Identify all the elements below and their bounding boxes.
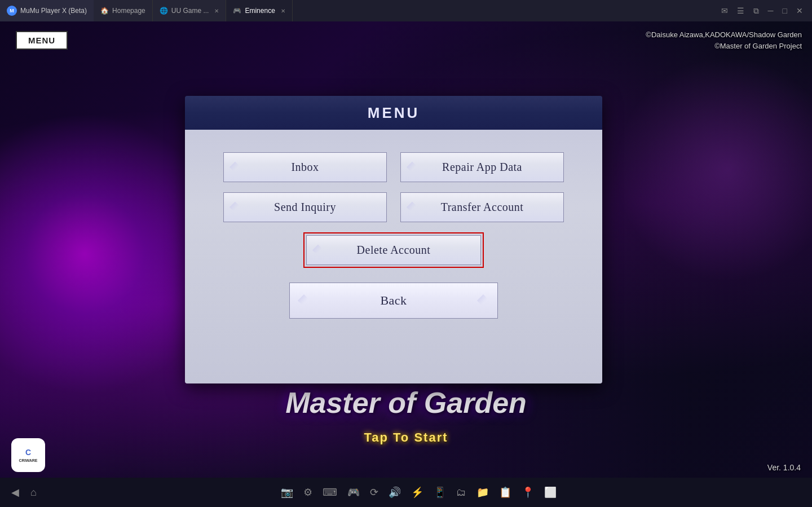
dialog-title: MENU bbox=[368, 104, 420, 122]
repair-button[interactable]: Repair App Data bbox=[400, 152, 564, 182]
settings-icon[interactable]: ⚙ bbox=[303, 486, 312, 499]
game-title: Master of Garden bbox=[285, 386, 527, 420]
close-icon[interactable]: ✕ bbox=[793, 5, 806, 16]
bottombar-left: ◀ ⌂ bbox=[11, 486, 37, 499]
globe-icon: 🌐 bbox=[160, 7, 168, 15]
minimize-icon[interactable]: ─ bbox=[765, 5, 777, 16]
menu-dialog: MENU Inbox Repair App Data Send Inquiry … bbox=[185, 96, 602, 383]
bottombar-center: 📷 ⚙ ⌨ 🎮 ⟳ 🔊 ⚡ 📱 🗂 📁 📋 📍 ⬜ bbox=[281, 486, 557, 499]
tab-eminence[interactable]: 🎮 Eminence ✕ bbox=[226, 0, 292, 21]
folder-icon[interactable]: 📁 bbox=[476, 486, 489, 499]
volume-icon[interactable]: 🔊 bbox=[389, 486, 401, 499]
bottombar: ◀ ⌂ 📷 ⚙ ⌨ 🎮 ⟳ 🔊 ⚡ 📱 🗂 📁 📋 📍 ⬜ bbox=[0, 478, 812, 507]
delete-outer-highlight: Delete Account bbox=[303, 232, 484, 268]
gamepad-icon[interactable]: 🎮 bbox=[347, 486, 360, 499]
menu-button[interactable]: MENU bbox=[16, 31, 68, 50]
app-tab[interactable]: M MuMu Player X (Beta) bbox=[0, 0, 94, 21]
back-button[interactable]: Back bbox=[289, 283, 498, 319]
app-icon: M bbox=[7, 6, 17, 16]
restore-icon[interactable]: ⧉ bbox=[750, 5, 762, 17]
camera-icon[interactable]: 📷 bbox=[281, 486, 293, 499]
tab-uu-game-label: UU Game ... bbox=[171, 7, 209, 15]
tab-eminence-close-icon[interactable]: ✕ bbox=[281, 8, 285, 14]
tap-start-text: Tap To Start bbox=[364, 430, 448, 445]
send-inquiry-button[interactable]: Send Inquiry bbox=[223, 192, 387, 222]
tab-homepage[interactable]: 🏠 Homepage bbox=[94, 0, 153, 21]
menu-icon[interactable]: ☰ bbox=[734, 5, 748, 16]
keyboard-icon[interactable]: ⌨ bbox=[323, 486, 337, 499]
copyright-line2: ©Master of Garden Project bbox=[646, 41, 802, 52]
rotate-icon[interactable]: ⟳ bbox=[370, 486, 378, 499]
delete-account-button[interactable]: Delete Account bbox=[306, 235, 481, 265]
delete-wrapper: Delete Account bbox=[213, 232, 574, 268]
clipboard-icon[interactable]: 📋 bbox=[499, 486, 511, 499]
mail-icon[interactable]: ✉ bbox=[718, 5, 731, 16]
boost-icon[interactable]: ⚡ bbox=[411, 486, 423, 499]
app-title: MuMu Player X (Beta) bbox=[20, 7, 87, 15]
multi-icon[interactable]: ⬜ bbox=[544, 486, 557, 499]
home-nav-icon[interactable]: ⌂ bbox=[30, 487, 37, 499]
tab-uu-close-icon[interactable]: ✕ bbox=[214, 8, 219, 14]
home-icon: 🏠 bbox=[100, 7, 109, 15]
titlebar: M MuMu Player X (Beta) 🏠 Homepage 🌐 UU G… bbox=[0, 0, 812, 21]
titlebar-controls: ✉ ☰ ⧉ ─ □ ✕ bbox=[712, 5, 812, 17]
button-row-1: Inbox Repair App Data bbox=[213, 152, 574, 182]
copyright: ©Daisuke Aizawa,KADOKAWA/Shadow Garden ©… bbox=[646, 29, 802, 51]
maximize-icon[interactable]: □ bbox=[779, 5, 791, 16]
tab-eminence-label: Eminence bbox=[245, 7, 275, 15]
criware-badge: C CRIWARE bbox=[11, 438, 45, 472]
game-icon: 🎮 bbox=[233, 7, 241, 15]
tab-uu-game[interactable]: 🌐 UU Game ... ✕ bbox=[153, 0, 227, 21]
tab-strip: 🏠 Homepage 🌐 UU Game ... ✕ 🎮 Eminence ✕ bbox=[94, 0, 712, 21]
screenshot-icon[interactable]: 📱 bbox=[434, 486, 446, 499]
version-text: Ver. 1.0.4 bbox=[767, 463, 801, 472]
button-row-2: Send Inquiry Transfer Account bbox=[213, 192, 574, 222]
tab-homepage-label: Homepage bbox=[112, 7, 145, 15]
back-nav-icon[interactable]: ◀ bbox=[11, 486, 19, 499]
inbox-button[interactable]: Inbox bbox=[223, 152, 387, 182]
dialog-header: MENU bbox=[185, 96, 602, 130]
copyright-line1: ©Daisuke Aizawa,KADOKAWA/Shadow Garden bbox=[646, 29, 802, 41]
location-icon[interactable]: 📍 bbox=[522, 486, 534, 499]
transfer-account-button[interactable]: Transfer Account bbox=[400, 192, 564, 222]
files-icon[interactable]: 🗂 bbox=[456, 487, 466, 499]
criware-label: CRIWARE bbox=[19, 458, 37, 463]
dialog-body: Inbox Repair App Data Send Inquiry Trans… bbox=[185, 130, 602, 383]
back-row: Back bbox=[213, 283, 574, 319]
